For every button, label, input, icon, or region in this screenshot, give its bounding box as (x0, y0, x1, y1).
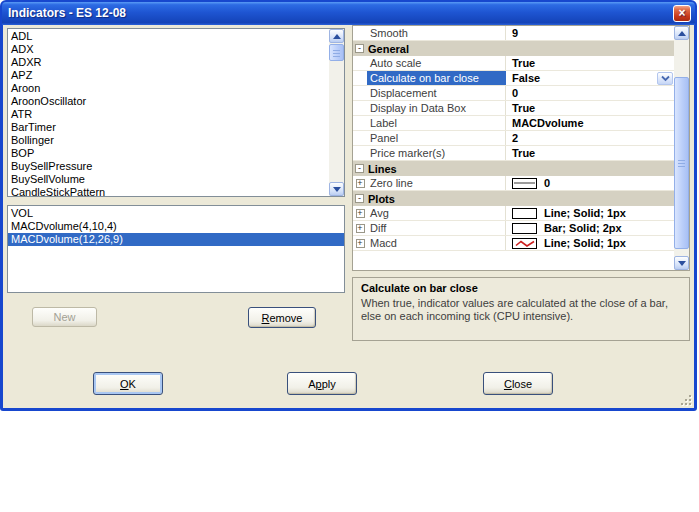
scroll-down-icon[interactable] (329, 182, 344, 196)
resize-grip[interactable] (689, 403, 691, 405)
scroll-down-icon[interactable] (674, 256, 689, 270)
property-value[interactable]: 0 (506, 86, 674, 100)
applied-list-item-macdvolume-12-26-9[interactable]: MACDvolume(12,26,9) (8, 233, 344, 246)
ok-button[interactable]: OK (93, 372, 163, 395)
list-item-buysellvolume[interactable]: BuySellVolume (8, 173, 328, 186)
expand-icon[interactable]: + (356, 239, 365, 248)
list-item-adx[interactable]: ADX (8, 43, 328, 56)
indicator-list[interactable]: ADLADXADXRAPZAroonAroonOscillatorATRBarT… (7, 28, 345, 197)
list-item-atr[interactable]: ATR (8, 108, 328, 121)
indent-strip (353, 116, 367, 130)
expand-icon[interactable]: + (356, 224, 365, 233)
value-text: True (512, 56, 535, 70)
expand-icon[interactable]: + (356, 209, 365, 218)
property-value[interactable]: True (506, 56, 674, 70)
indent-strip (353, 101, 367, 115)
property-name: Avg (367, 206, 506, 220)
property-name: Auto scale (367, 56, 506, 70)
property-name: Price marker(s) (367, 146, 506, 160)
dropdown-icon[interactable] (657, 72, 673, 85)
list-item-bollinger[interactable]: Bollinger (8, 134, 328, 147)
scroll-up-icon[interactable] (329, 29, 344, 43)
applied-list-item-macdvolume-4-10-4[interactable]: MACDvolume(4,10,4) (8, 220, 344, 233)
property-category-general[interactable]: -General (353, 41, 674, 56)
property-name: Displacement (367, 86, 506, 100)
collapse-icon[interactable]: - (355, 44, 364, 53)
collapse-icon[interactable]: - (355, 194, 364, 203)
plot-style-swatch-zigzag (512, 238, 537, 249)
property-value[interactable]: False (506, 71, 674, 85)
value-text: MACDvolume (512, 116, 584, 130)
new-button[interactable]: New (32, 307, 97, 327)
scroll-up-icon[interactable] (674, 26, 689, 40)
list-item-bop[interactable]: BOP (8, 147, 328, 160)
property-value[interactable]: MACDvolume (506, 116, 674, 130)
property-row-price-marker-s[interactable]: Price marker(s)True (353, 146, 674, 161)
value-text: Line; Solid; 1px (544, 206, 626, 220)
value-text: 0 (512, 86, 518, 100)
property-category-plots[interactable]: -Plots (353, 191, 674, 206)
applied-list-item-vol[interactable]: VOL (8, 207, 344, 220)
value-text: 0 (544, 176, 550, 190)
list-item-apz[interactable]: APZ (8, 69, 328, 82)
scroll-track[interactable] (674, 40, 689, 256)
property-row-macd[interactable]: +MacdLine; Solid; 1px (353, 236, 674, 251)
title-bar[interactable]: Indicators - ES 12-08 × (2, 2, 695, 25)
property-row-panel[interactable]: Panel2 (353, 131, 674, 146)
indicator-list-scrollbar[interactable] (329, 29, 344, 196)
list-item-aroon[interactable]: Aroon (8, 82, 328, 95)
expand-icon[interactable]: + (356, 179, 365, 188)
indent-strip (353, 71, 367, 85)
property-row-auto-scale[interactable]: Auto scaleTrue (353, 56, 674, 71)
property-row-display-in-data-box[interactable]: Display in Data BoxTrue (353, 101, 674, 116)
description-title: Calculate on bar close (361, 282, 681, 294)
close-button[interactable]: Close (483, 372, 553, 395)
property-value[interactable]: Line; Solid; 1px (506, 206, 674, 220)
property-name: Macd (367, 236, 506, 250)
property-row-label[interactable]: LabelMACDvolume (353, 116, 674, 131)
scroll-thumb[interactable] (329, 44, 344, 61)
property-value[interactable]: True (506, 101, 674, 115)
property-value[interactable]: 9 (506, 26, 674, 40)
property-row-avg[interactable]: +AvgLine; Solid; 1px (353, 206, 674, 221)
property-row-smooth[interactable]: Smooth9 (353, 26, 674, 41)
list-item-aroonoscillator[interactable]: AroonOscillator (8, 95, 328, 108)
list-item-adl[interactable]: ADL (8, 30, 328, 43)
property-value[interactable]: Bar; Solid; 2px (506, 221, 674, 235)
indent-strip (353, 146, 367, 160)
property-grid-scrollbar[interactable] (674, 26, 689, 270)
property-value[interactable]: True (506, 146, 674, 160)
value-text: True (512, 146, 535, 160)
property-value[interactable]: Line; Solid; 1px (506, 236, 674, 250)
list-item-buysellpressure[interactable]: BuySellPressure (8, 160, 328, 173)
indent-strip: + (353, 206, 367, 220)
apply-button[interactable]: Apply (287, 372, 357, 395)
remove-button[interactable]: Remove (248, 307, 316, 328)
indent-strip: + (353, 221, 367, 235)
property-value[interactable]: 2 (506, 131, 674, 145)
plot-style-swatch (512, 223, 537, 234)
value-text: Bar; Solid; 2px (544, 221, 622, 235)
applied-indicator-list[interactable]: VOLMACDvolume(4,10,4)MACDvolume(12,26,9) (7, 205, 345, 293)
property-row-displacement[interactable]: Displacement0 (353, 86, 674, 101)
close-icon[interactable]: × (673, 5, 691, 22)
scroll-track[interactable] (329, 43, 344, 182)
property-value[interactable]: 0 (506, 176, 674, 190)
indent-strip (353, 131, 367, 145)
list-item-bartimer[interactable]: BarTimer (8, 121, 328, 134)
property-name: Diff (367, 221, 506, 235)
indent-strip (353, 86, 367, 100)
list-item-candlestickpattern[interactable]: CandleStickPattern (8, 186, 328, 197)
property-row-zero-line[interactable]: +Zero line0 (353, 176, 674, 191)
property-category-lines[interactable]: -Lines (353, 161, 674, 176)
collapse-icon[interactable]: - (355, 164, 364, 173)
value-text: 9 (512, 26, 518, 40)
indent-strip: + (353, 176, 367, 190)
scroll-thumb[interactable] (674, 77, 689, 249)
list-item-adxr[interactable]: ADXR (8, 56, 328, 69)
indicators-dialog: Indicators - ES 12-08 × ADLADXADXRAPZAro… (0, 0, 697, 411)
property-row-diff[interactable]: +DiffBar; Solid; 2px (353, 221, 674, 236)
value-text: False (512, 71, 540, 85)
property-row-calculate-on-bar-close[interactable]: Calculate on bar closeFalse (353, 71, 674, 86)
desktop: Indicators - ES 12-08 × ADLADXADXRAPZAro… (0, 0, 699, 512)
